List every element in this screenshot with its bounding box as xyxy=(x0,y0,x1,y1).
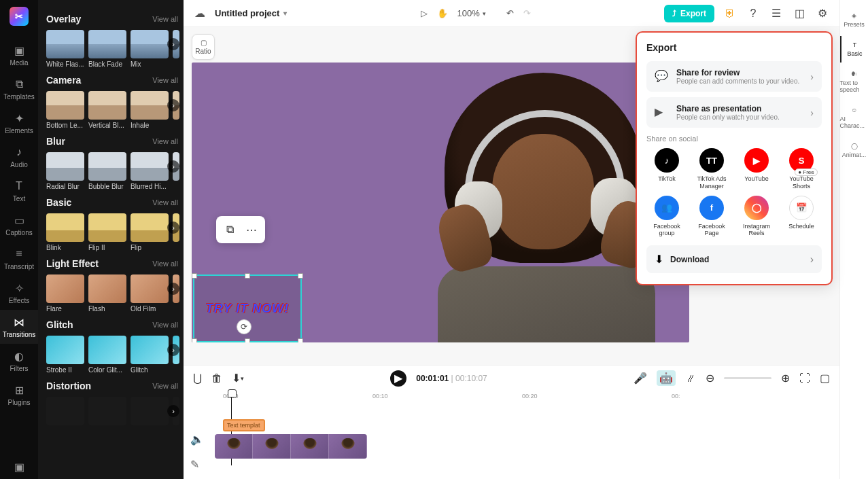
rail-elements[interactable]: ✦Elements xyxy=(0,106,38,140)
view-all-link[interactable]: View all xyxy=(152,260,178,268)
social-schedule[interactable]: ● Free📅Schedule xyxy=(781,196,822,238)
view-all-link[interactable]: View all xyxy=(152,76,178,84)
rail-filters[interactable]: ◐Filters xyxy=(0,344,38,378)
resize-handle-tm[interactable] xyxy=(245,273,250,279)
transition-thumb[interactable] xyxy=(131,397,169,427)
rail-captions[interactable]: ▭Captions xyxy=(0,208,38,242)
social-youtube[interactable]: ▶YouTube xyxy=(736,148,777,190)
overlay-text[interactable]: TRY IT NOW! xyxy=(206,302,289,316)
redo-button[interactable]: ↷ xyxy=(523,8,531,18)
hand-tool[interactable]: ✋ xyxy=(437,8,448,18)
rail-plugins[interactable]: ⊞Plugins xyxy=(0,378,38,412)
timeline[interactable]: 🔈 ✎ 00:0000:1000:2000: Text templat xyxy=(184,391,839,479)
undo-button[interactable]: ↶ xyxy=(506,8,514,18)
prop-ai-charac-[interactable]: ☺AI Charac... xyxy=(840,101,869,135)
transition-thumb[interactable]: Inhale xyxy=(131,91,169,129)
transition-thumb[interactable]: Flip II xyxy=(88,213,126,251)
ratio-button[interactable]: ▢ Ratio xyxy=(192,34,215,60)
view-all-link[interactable]: View all xyxy=(152,198,178,207)
transition-thumb[interactable]: Radial Blur xyxy=(46,152,84,190)
scroll-right-button[interactable]: › xyxy=(167,283,179,295)
rail-media[interactable]: ▣Media xyxy=(0,38,38,72)
rotate-handle[interactable]: ⟳ xyxy=(237,319,251,334)
transition-thumb[interactable]: Black Fade xyxy=(88,30,126,68)
zoom-out-button[interactable]: ⊖ xyxy=(706,372,714,385)
social-tiktok[interactable]: ♪TikTok xyxy=(646,148,687,190)
rail-transitions[interactable]: ⋈Transitions xyxy=(0,310,38,344)
transition-thumb[interactable]: Mix xyxy=(131,30,169,68)
duplicate-button[interactable]: ⧉ xyxy=(220,220,239,239)
resize-handle-bl[interactable] xyxy=(192,338,197,342)
download-button[interactable]: ⬇ Download › xyxy=(646,245,822,273)
view-all-link[interactable]: View all xyxy=(152,382,178,390)
transition-thumb[interactable]: Bottom Le... xyxy=(46,91,84,129)
more-button[interactable]: ⋯ xyxy=(242,220,261,239)
transition-thumb[interactable]: Blurred Hi... xyxy=(131,152,169,190)
transition-thumb[interactable]: Glitch xyxy=(131,336,169,374)
resize-handle-br[interactable] xyxy=(298,338,303,342)
cloud-icon[interactable]: ☁ xyxy=(193,7,207,20)
scroll-right-button[interactable]: › xyxy=(167,160,179,173)
layout-icon[interactable]: ◫ xyxy=(792,6,807,21)
prop-basic[interactable]: TBasic xyxy=(840,36,869,63)
transition-thumb[interactable]: Bubble Blur xyxy=(88,152,126,190)
view-all-link[interactable]: View all xyxy=(152,137,178,145)
zoom-in-button[interactable]: ⊕ xyxy=(781,372,790,385)
transition-thumb[interactable]: Old Film xyxy=(131,274,169,313)
share-as-presentation[interactable]: ▶ Share as presentation People can only … xyxy=(646,97,822,128)
rail-more[interactable]: ▣ xyxy=(0,455,38,479)
prop-animat-[interactable]: ◯Animat... xyxy=(840,137,869,164)
text-clip[interactable]: Text templat xyxy=(223,419,265,431)
social-instagram-reels[interactable]: ◯Instagram Reels xyxy=(736,196,777,238)
project-title[interactable]: Untitled project ▾ xyxy=(215,8,287,18)
transition-thumb[interactable]: Flash xyxy=(88,274,126,313)
scroll-right-button[interactable]: › xyxy=(167,38,179,50)
help-icon[interactable]: ? xyxy=(746,6,761,21)
download-clip-button[interactable]: ⬇▾ xyxy=(232,372,244,385)
prop-text-to-speech[interactable]: 🗣Text to speech xyxy=(840,65,869,99)
prop-presets[interactable]: ◈Presets xyxy=(840,7,869,33)
social-facebook-group[interactable]: 👥Facebook group xyxy=(646,196,687,238)
zoom-slider[interactable] xyxy=(724,377,771,379)
transition-thumb[interactable] xyxy=(46,397,84,427)
scroll-right-button[interactable]: › xyxy=(167,344,179,356)
transition-thumb[interactable]: Color Glit... xyxy=(88,336,126,374)
fullscreen-button[interactable]: ▢ xyxy=(820,372,830,385)
magnet-button[interactable]: ⫽ xyxy=(685,372,696,385)
share-for-review[interactable]: 💬 Share for review People can add commen… xyxy=(646,61,822,92)
canvas-area[interactable]: ▢ Ratio TRY IT NOW! ⧉ xyxy=(184,27,839,365)
delete-button[interactable]: 🗑 xyxy=(211,372,222,385)
video-preview[interactable]: TRY IT NOW! xyxy=(192,63,689,342)
resize-handle-tl[interactable] xyxy=(192,273,197,279)
shield-icon[interactable]: ⛨ xyxy=(723,6,737,21)
autocaption-button[interactable]: 🤖 xyxy=(657,370,676,386)
social-facebook-page[interactable]: fFacebook Page xyxy=(691,196,732,238)
view-all-link[interactable]: View all xyxy=(152,321,178,329)
rail-templates[interactable]: ⧉Templates xyxy=(0,72,38,106)
resize-handle-bm[interactable] xyxy=(245,338,250,342)
transition-thumb[interactable]: Vertical Bl... xyxy=(88,91,126,129)
rail-text[interactable]: TText xyxy=(0,174,38,208)
export-button[interactable]: ⤴ Export xyxy=(664,5,714,22)
view-all-link[interactable]: View all xyxy=(152,15,178,23)
queue-icon[interactable]: ☰ xyxy=(769,6,784,21)
transition-thumb[interactable]: Blink xyxy=(46,213,84,251)
social-tiktok-ads-manager[interactable]: TTTikTok Ads Manager xyxy=(691,148,732,190)
resize-handle-tr[interactable] xyxy=(298,273,303,279)
rail-transcript[interactable]: ≡Transcript xyxy=(0,242,38,276)
settings-icon[interactable]: ⚙ xyxy=(815,6,830,21)
cursor-tool[interactable]: ▷ xyxy=(421,8,428,18)
rail-effects[interactable]: ✧Effects xyxy=(0,276,38,310)
rail-audio[interactable]: ♪Audio xyxy=(0,140,38,174)
transition-thumb[interactable]: White Flas... xyxy=(46,30,84,68)
fit-button[interactable]: ⛶ xyxy=(799,372,810,385)
scroll-right-button[interactable]: › xyxy=(167,405,179,417)
transition-thumb[interactable]: Strobe II xyxy=(46,336,84,374)
mute-track-button[interactable]: 🔈 xyxy=(190,433,204,446)
timeline-ruler[interactable]: 00:0000:1000:2000: xyxy=(223,391,833,403)
scroll-right-button[interactable]: › xyxy=(167,221,179,234)
transition-thumb[interactable]: Flip xyxy=(131,213,169,251)
mic-button[interactable]: 🎤 xyxy=(633,372,647,385)
play-button[interactable]: ▶ xyxy=(390,370,406,387)
edit-track-button[interactable]: ✎ xyxy=(190,458,204,471)
